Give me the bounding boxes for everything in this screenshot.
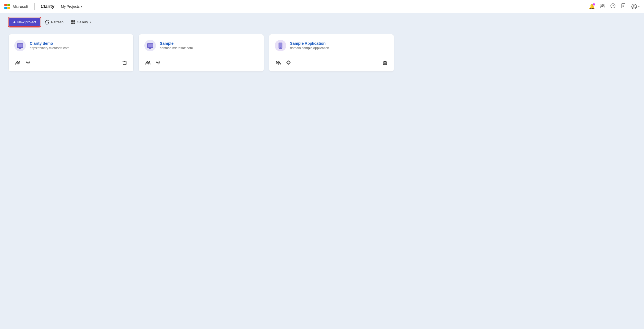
gallery-label: Gallery <box>77 20 88 24</box>
svg-point-16 <box>146 61 148 63</box>
toolbar: + New project Refresh Gallery ▾ <box>0 13 644 30</box>
nav-divider <box>34 3 35 10</box>
svg-point-20 <box>278 61 280 63</box>
card-divider <box>144 56 258 56</box>
svg-point-18 <box>158 62 159 63</box>
gallery-icon <box>71 20 75 24</box>
project-title[interactable]: Sample Application <box>290 41 329 46</box>
project-icon-wrap <box>275 40 286 51</box>
project-card-sample-application: Sample Application domain.sample.applica… <box>269 34 394 71</box>
new-project-label: New project <box>17 20 36 24</box>
notifications-icon[interactable]: 🔔 <box>589 4 595 10</box>
svg-point-21 <box>288 62 289 63</box>
card-divider <box>14 56 128 56</box>
app-name: Clarity <box>41 4 54 9</box>
svg-point-19 <box>276 61 278 63</box>
project-url: domain.sample.application <box>290 46 329 50</box>
settings-icon[interactable] <box>285 59 292 67</box>
project-url: contoso.microsoft.com <box>160 46 193 50</box>
people-icon[interactable] <box>600 3 605 10</box>
svg-point-1 <box>603 4 604 6</box>
avatar-chevron-icon: ▾ <box>638 5 640 8</box>
svg-text:?: ? <box>612 4 614 8</box>
card-footer <box>144 59 258 67</box>
projects-grid: Clarity demo https://clarity.microsoft.c… <box>9 34 394 71</box>
refresh-icon <box>45 20 49 24</box>
project-title[interactable]: Sample <box>160 41 193 46</box>
microsoft-logo <box>4 4 10 9</box>
monitor-icon <box>17 43 23 48</box>
nav-right: 🔔 ? <box>589 3 640 10</box>
svg-point-17 <box>148 61 150 63</box>
svg-point-12 <box>27 62 29 63</box>
card-divider <box>275 56 388 56</box>
card-info: Sample Application domain.sample.applica… <box>290 41 329 50</box>
settings-icon[interactable] <box>155 59 161 67</box>
delete-icon[interactable] <box>382 60 388 67</box>
card-header: Sample Application domain.sample.applica… <box>275 40 388 51</box>
svg-point-9 <box>633 5 635 7</box>
delete-icon[interactable] <box>121 60 128 67</box>
my-projects-label: My Projects <box>61 4 80 9</box>
settings-icon[interactable] <box>25 59 31 67</box>
project-title[interactable]: Clarity demo <box>30 41 69 46</box>
card-actions-left <box>275 59 292 67</box>
chevron-down-icon: ▾ <box>81 5 82 8</box>
team-members-icon[interactable] <box>144 59 152 67</box>
card-footer <box>275 59 388 67</box>
project-card-sample: Sample contoso.microsoft.com <box>139 34 263 71</box>
card-info: Sample contoso.microsoft.com <box>160 41 193 50</box>
card-actions-left <box>14 59 31 67</box>
help-icon[interactable]: ? <box>610 3 616 10</box>
card-actions-left <box>144 59 161 67</box>
gallery-button[interactable]: Gallery ▾ <box>68 18 94 26</box>
avatar-menu[interactable]: ▾ <box>631 4 640 10</box>
refresh-button[interactable]: Refresh <box>42 18 67 26</box>
svg-point-0 <box>601 4 602 6</box>
ms-label: Microsoft <box>13 4 28 9</box>
brand: Microsoft Clarity <box>4 3 54 10</box>
my-projects-menu[interactable]: My Projects ▾ <box>61 4 82 9</box>
team-members-icon[interactable] <box>14 59 21 67</box>
top-nav: Microsoft Clarity My Projects ▾ 🔔 ? <box>0 0 644 13</box>
document-icon[interactable] <box>621 3 626 10</box>
svg-rect-22 <box>383 62 387 65</box>
gallery-chevron-icon: ▾ <box>90 21 91 24</box>
main-content: Clarity demo https://clarity.microsoft.c… <box>0 30 644 76</box>
svg-rect-13 <box>123 62 126 65</box>
card-footer <box>14 59 128 67</box>
team-members-icon[interactable] <box>275 59 282 67</box>
new-project-button[interactable]: + New project <box>9 18 40 27</box>
project-icon-wrap <box>14 40 26 51</box>
refresh-label: Refresh <box>51 20 64 24</box>
monitor-icon <box>147 43 153 48</box>
card-header: Clarity demo https://clarity.microsoft.c… <box>14 40 128 51</box>
svg-point-11 <box>18 61 20 63</box>
project-url: https://clarity.microsoft.com <box>30 46 69 50</box>
card-header: Sample contoso.microsoft.com <box>144 40 258 51</box>
mobile-icon <box>279 43 282 49</box>
project-icon-wrap <box>144 40 156 51</box>
card-info: Clarity demo https://clarity.microsoft.c… <box>30 41 69 50</box>
project-card-clarity-demo: Clarity demo https://clarity.microsoft.c… <box>9 34 133 71</box>
plus-icon: + <box>13 20 16 24</box>
svg-point-10 <box>16 61 18 63</box>
